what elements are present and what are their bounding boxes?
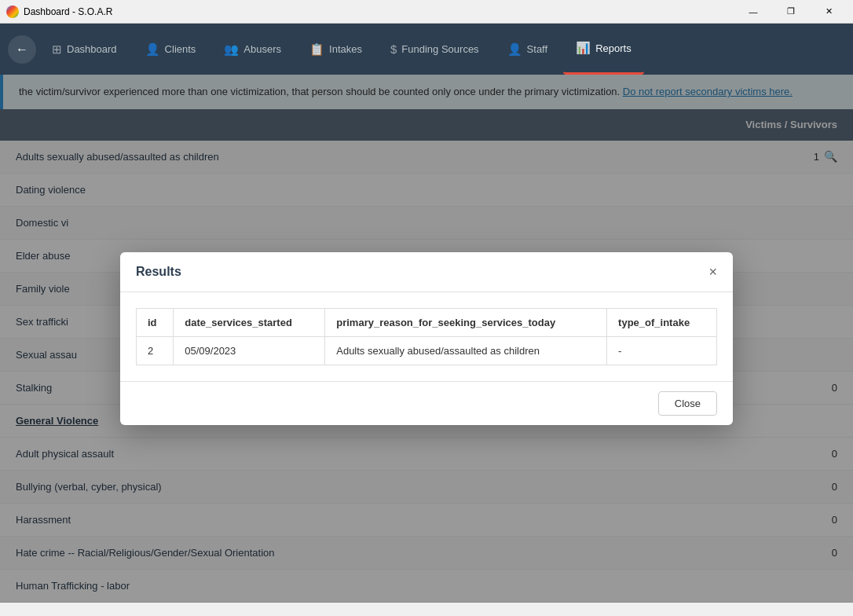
modal-body: id date_services_started primary_reason_… — [120, 292, 733, 381]
window-title: Dashboard - S.O.A.R — [24, 6, 112, 17]
chrome-icon — [6, 6, 19, 18]
results-modal: Results × id date_services_started prima… — [120, 252, 733, 425]
nav-item-funding-sources[interactable]: $ Funding Sources — [378, 24, 492, 75]
staff-icon: 👤 — [507, 42, 522, 57]
col-header-intake: type_of_intake — [607, 308, 717, 336]
nav-label-staff: Staff — [527, 43, 548, 55]
nav-label-intakes: Intakes — [329, 43, 362, 55]
title-bar-left: Dashboard - S.O.A.R — [6, 6, 112, 18]
nav-item-dashboard[interactable]: ⊞ Dashboard — [39, 24, 130, 75]
nav-item-reports[interactable]: 📊 Reports — [563, 24, 644, 75]
nav-bar: ← ⊞ Dashboard 👤 Clients 👥 Abusers 📋 Inta… — [0, 24, 853, 75]
modal-title: Results — [136, 265, 181, 279]
col-header-date: date_services_started — [174, 308, 325, 336]
result-row: 2 05/09/2023 Adults sexually abused/assa… — [137, 336, 717, 365]
nav-label-reports: Reports — [595, 42, 632, 54]
nav-item-staff[interactable]: 👤 Staff — [495, 24, 561, 75]
modal-close-button[interactable]: × — [708, 265, 717, 279]
modal-footer: Close — [120, 381, 733, 425]
result-intake: - — [607, 336, 717, 365]
nav-item-clients[interactable]: 👤 Clients — [133, 24, 209, 75]
nav-item-intakes[interactable]: 📋 Intakes — [297, 24, 375, 75]
close-button[interactable]: ✕ — [811, 0, 847, 24]
nav-label-abusers: Abusers — [243, 43, 281, 55]
close-modal-button[interactable]: Close — [658, 391, 717, 416]
main-content: the victim/survivor experienced more tha… — [0, 75, 853, 603]
nav-label-clients: Clients — [165, 43, 196, 55]
back-icon: ← — [16, 42, 28, 57]
modal-overlay: Results × id date_services_started prima… — [0, 75, 853, 603]
nav-label-dashboard: Dashboard — [67, 43, 117, 55]
title-bar-controls: — ❐ ✕ — [735, 0, 847, 24]
results-table: id date_services_started primary_reason_… — [136, 308, 717, 365]
result-reason: Adults sexually abused/assaulted as chil… — [325, 336, 607, 365]
reports-icon: 📊 — [576, 41, 591, 55]
nav-label-funding: Funding Sources — [401, 43, 478, 55]
nav-item-abusers[interactable]: 👥 Abusers — [211, 24, 294, 75]
abusers-icon: 👥 — [224, 42, 239, 57]
result-date: 05/09/2023 — [174, 336, 325, 365]
modal-header: Results × — [120, 252, 733, 292]
result-id: 2 — [137, 336, 174, 365]
clients-icon: 👤 — [145, 42, 160, 57]
dashboard-icon: ⊞ — [52, 42, 62, 57]
title-bar: Dashboard - S.O.A.R — ❐ ✕ — [0, 0, 853, 24]
funding-icon: $ — [390, 42, 397, 56]
nav-back-button[interactable]: ← — [8, 35, 36, 64]
col-header-reason: primary_reason_for_seeking_services_toda… — [325, 308, 607, 336]
intakes-icon: 📋 — [309, 42, 324, 57]
minimize-button[interactable]: — — [735, 0, 771, 24]
table-header-row: id date_services_started primary_reason_… — [137, 308, 717, 336]
col-header-id: id — [137, 308, 174, 336]
restore-button[interactable]: ❐ — [773, 0, 809, 24]
